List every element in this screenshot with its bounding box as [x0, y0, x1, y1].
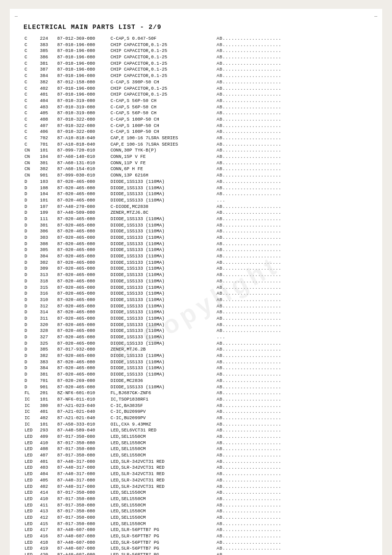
table-cell: 87-017-350-080 [56, 521, 110, 528]
table-cell: CONN,6P H FE [110, 166, 216, 173]
table-cell: 101 [39, 148, 56, 154]
table-cell: D [24, 210, 39, 216]
table-cell: 87-020-465-080 [56, 316, 110, 322]
table-cell: 87-020-465-080 [56, 216, 110, 223]
table-cell: 87-012-158-080 [56, 79, 110, 86]
table-cell: AB.................... [216, 135, 368, 142]
table-cell: LED [24, 428, 39, 434]
table-cell: LED,SLR-342VCT31 RED [110, 478, 216, 484]
table-cell: DIODE,1SS133 (110MA) [110, 253, 216, 260]
table-cell: 87-010-196-080 [56, 73, 110, 79]
table-cell: 411 [39, 503, 56, 509]
table-cell: 408 [39, 117, 56, 123]
table-cell: AB.................... [216, 372, 368, 378]
table-cell: C [24, 123, 39, 129]
table-row: C40187-010-196-080CHIP CAPACITOR,0.1-25A… [24, 92, 368, 98]
table-row: LED41387-017-350-080LED,SEL1550CMAB.....… [24, 508, 368, 515]
table-cell: LED [24, 515, 39, 521]
table-cell: LED [24, 478, 39, 484]
table-cell: LED [24, 446, 39, 453]
table-cell: 87-020-465-080 [56, 272, 110, 278]
table-cell: 87-099-720-010 [56, 148, 110, 154]
table-cell: D [24, 278, 39, 285]
table-row: LED40187-A40-317-080LED,SLR-342VCT31 RED… [24, 459, 368, 465]
table-cell: 87-017-350-080 [56, 434, 110, 440]
table-cell: 87-A40-607-080 [56, 540, 110, 546]
table-cell: C-CAP,S 56P-50 CH [110, 98, 216, 104]
table-row: D30387-020-465-080DIODE,1SS133 (110MA)AB… [24, 235, 368, 241]
table-cell: AB.................... [216, 303, 368, 310]
table-cell: C [24, 104, 39, 111]
table-cell: DIODE,1SS133 (110MA) [110, 260, 216, 266]
table-cell: 87-020-465-080 [56, 185, 110, 192]
table-cell: C [24, 110, 39, 117]
table-cell: 104 [39, 154, 56, 160]
table-cell: DIODE,1SS133 (110MA) [110, 247, 216, 253]
table-cell: LED,SEL1550CM [110, 490, 216, 496]
table-cell: LED,SEL1550CM [110, 515, 216, 521]
table-cell: 301 [39, 223, 56, 229]
table-cell: AB.................... [216, 185, 368, 192]
table-row: IC40187-A21-021-040C-IC,BU2099PVAB......… [24, 409, 368, 415]
table-cell: DIODE,1SS133 (110MA) [110, 198, 216, 204]
table-cell: C [24, 54, 39, 61]
table-row: D31487-020-465-080DIODE,1SS133 (110MA)AB… [24, 309, 368, 316]
table-cell: ... [216, 198, 368, 204]
table-cell: AB.................... [216, 92, 368, 98]
table-cell: DIODE,1SS133 (110MA) [110, 309, 216, 316]
table-row: D32787-020-465-080DIODE,1SS133 (110MA)..… [24, 334, 368, 341]
table-cell: CN [24, 166, 39, 173]
table-cell: 309 [39, 266, 56, 272]
table-cell: 308 [39, 241, 56, 248]
table-cell: AB.................... [216, 79, 368, 86]
table-cell: 386 [39, 54, 56, 61]
table-cell: CHIP CAPACITOR,0.1-25 [110, 48, 216, 54]
table-cell: LED [24, 453, 39, 459]
table-row: C70187-A10-818-040CAP,E 100-16 7LSRA SER… [24, 142, 368, 148]
table-cell: 402 [39, 484, 56, 490]
table-row: D31587-020-465-080DIODE,1SS133 (110MA)AB… [24, 285, 368, 291]
table-cell: 87-A60-131-010 [56, 160, 110, 167]
table-cell: DIODE,1SS133 (110MA) [110, 241, 216, 248]
table-cell: D [24, 223, 39, 229]
table-cell: 402 [39, 86, 56, 92]
table-cell: DIODE,1SS133 (110MA) [110, 228, 216, 235]
table-cell: CAP,E 100-16 7LSRA SERIES [110, 142, 216, 148]
table-cell: 101 [39, 397, 56, 403]
table-row: LED41187-017-350-080LED,SEL1550CMAB.....… [24, 503, 368, 509]
table-cell: IC [24, 422, 39, 428]
table-cell: C-CAP,S 56P-50 CH [110, 104, 216, 111]
table-cell: AB.................... [216, 415, 368, 422]
table-row: C40587-010-319-080C-CAP,S 56P-50 CHAB...… [24, 110, 368, 117]
table-cell: D [24, 303, 39, 310]
table-cell: CHIP CAPACITOR,0.1-25 [110, 73, 216, 79]
table-cell: D [24, 316, 39, 322]
table-cell: DIODE,1SS133 (110MA) [110, 334, 216, 341]
table-cell: AB.................... [216, 154, 368, 160]
table-cell: LED [24, 546, 39, 552]
table-cell: LED,SLR-56PTTB7 PG [110, 552, 216, 555]
table-cell: 87-A40-607-080 [56, 546, 110, 552]
table-cell: 87-A10-818-040 [56, 135, 110, 142]
table-cell: LED,SLR-342VCT31 RED [110, 459, 216, 465]
table-row: C38287-012-158-080C-CAP,S 390P-50 CHAB..… [24, 79, 368, 86]
table-cell: C-CAP,S 390P-50 CH [110, 79, 216, 86]
table-cell: 327 [39, 334, 56, 341]
table-cell: 87-020-465-080 [56, 291, 110, 297]
table-cell: 201 [39, 390, 56, 397]
table-cell: AB.................... [216, 434, 368, 440]
table-cell: C [24, 135, 39, 142]
table-cell: CONN,11P V FE [110, 160, 216, 167]
table-cell: 87-A40-317-080 [56, 459, 110, 465]
table-cell: 384 [39, 73, 56, 79]
table-cell: 87-A60-140-010 [56, 154, 110, 160]
table-cell: CN [24, 154, 39, 160]
table-cell: 87-A40-607-080 [56, 527, 110, 533]
table-cell: AB.................... [216, 223, 368, 229]
table-row: D10487-020-465-080DIODE,1SS133 (110MA)AB… [24, 191, 368, 198]
table-cell: C [24, 73, 39, 79]
table-cell: 402 [39, 415, 56, 422]
table-cell: AB.................... [216, 347, 368, 353]
table-cell: 380 [39, 403, 56, 409]
table-cell: 414 [39, 490, 56, 496]
